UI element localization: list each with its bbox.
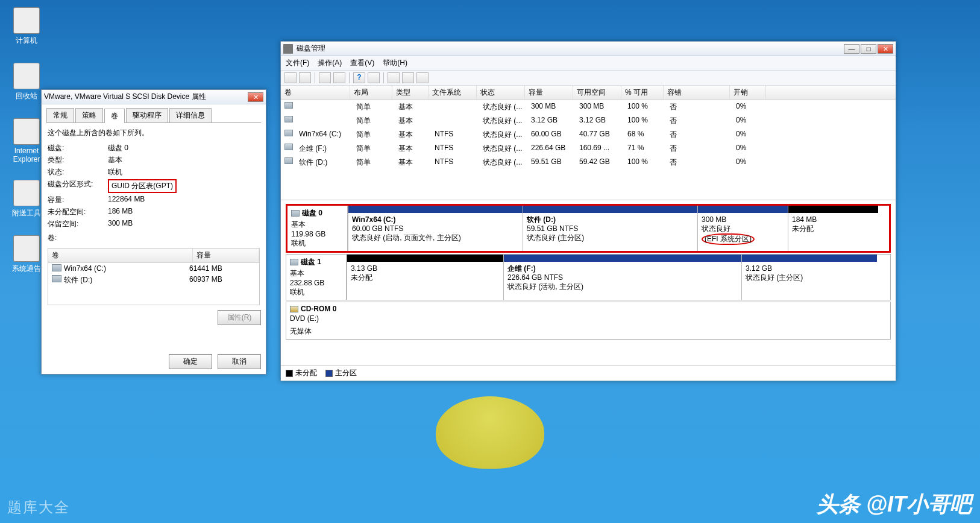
volumes-table: 卷 容量 Win7x64 (C:)61441 MB软件 (D:)60937 MB xyxy=(48,248,260,305)
column-header[interactable]: 容量 xyxy=(525,86,573,100)
list-row[interactable]: Win7x64 (C:)简单基本NTFS状态良好 (...60.00 GB40.… xyxy=(281,128,896,142)
desktop-icon-label: 系统通告 xyxy=(8,264,45,274)
desktop-icon-label: Internet Explorer xyxy=(8,147,45,163)
close-button[interactable]: ✕ xyxy=(878,44,893,54)
disk-management-icon xyxy=(283,44,293,54)
partition[interactable]: 184 MB未分配 xyxy=(788,206,878,251)
property-row: 保留空间:300 MB xyxy=(48,219,260,229)
list-row[interactable]: 软件 (D:)简单基本NTFS状态良好 (...59.51 GB59.42 GB… xyxy=(281,156,896,170)
col-volume[interactable]: 卷 xyxy=(48,249,193,262)
toolbar-button[interactable] xyxy=(402,72,414,83)
volume-icon xyxy=(284,144,293,150)
column-header[interactable]: 可用空间 xyxy=(573,86,621,100)
property-row: 容量:122864 MB xyxy=(48,195,260,205)
col-capacity[interactable]: 容量 xyxy=(193,249,259,262)
list-row[interactable]: 企维 (F:)简单基本NTFS状态良好 (...226.64 GB160.69 … xyxy=(281,142,896,156)
tab-3[interactable]: 驱动程序 xyxy=(126,108,168,122)
dm-titlebar[interactable]: 磁盘管理 — □ ✕ xyxy=(281,42,896,56)
desktop-icon-3[interactable]: 附送工具 xyxy=(8,180,45,218)
partition[interactable]: 3.12 GB状态良好 (主分区) xyxy=(741,255,877,300)
desktop-icon-label: 计算机 xyxy=(8,36,45,46)
watermark-left: 题库大全 xyxy=(7,498,70,517)
properties-title: VMware, VMware Virtual S SCSI Disk Devic… xyxy=(44,92,248,102)
toolbar-button[interactable] xyxy=(299,72,311,83)
column-header[interactable]: % 可用 xyxy=(621,86,664,100)
desktop-icon-2[interactable]: Internet Explorer xyxy=(8,118,45,163)
property-row: 未分配空间:186 MB xyxy=(48,207,260,217)
toolbar-button[interactable] xyxy=(388,72,400,83)
column-header[interactable]: 容错 xyxy=(664,86,730,100)
partition[interactable]: 3.13 GB未分配 xyxy=(347,255,503,300)
volume-icon xyxy=(284,102,293,109)
properties-intro: 这个磁盘上所含的卷如下所列。 xyxy=(48,128,260,138)
desktop-icon-image xyxy=(13,7,40,34)
partition[interactable]: 企维 (F:)226.64 GB NTFS状态良好 (活动, 主分区) xyxy=(503,255,741,300)
partition[interactable]: Win7x64 (C:)60.00 GB NTFS状态良好 (启动, 页面文件,… xyxy=(348,206,523,251)
desktop-icon-0[interactable]: 计算机 xyxy=(8,7,45,46)
disk-1-header[interactable]: 磁盘 1 基本 232.88 GB 联机 xyxy=(286,255,347,300)
desktop-icon-1[interactable]: 回收站 xyxy=(8,63,45,101)
cdrom-icon xyxy=(290,306,298,312)
desktop-icon-label: 回收站 xyxy=(8,91,45,101)
column-header[interactable]: 类型 xyxy=(392,86,429,100)
disk-icon xyxy=(291,210,300,217)
toolbar-button[interactable] xyxy=(284,72,297,83)
volume-row[interactable]: 软件 (D:)60937 MB xyxy=(48,274,259,287)
toolbar-button[interactable] xyxy=(319,72,331,83)
desktop-icon-image xyxy=(13,63,40,89)
desktop-icon-image xyxy=(13,180,40,206)
legend: 未分配 主分区 xyxy=(281,365,896,381)
close-button[interactable]: ✕ xyxy=(248,92,263,102)
menu-item[interactable]: 查看(V) xyxy=(350,58,374,68)
cancel-button[interactable]: 取消 xyxy=(218,354,261,369)
decorative-graphic xyxy=(436,396,544,469)
menu-item[interactable]: 帮助(H) xyxy=(383,58,407,68)
property-row: 类型:基本 xyxy=(48,155,260,165)
ok-button[interactable]: 确定 xyxy=(169,354,212,369)
minimize-button[interactable]: — xyxy=(844,44,859,54)
column-header[interactable]: 文件系统 xyxy=(429,86,477,100)
property-row: 状态:联机 xyxy=(48,167,260,177)
highlighted-disk-0: 磁盘 0 基本 119.98 GB 联机 Win7x64 (C:)60.00 G… xyxy=(286,204,891,253)
volume-icon xyxy=(52,275,61,282)
volume-icon xyxy=(52,264,61,271)
column-header[interactable]: 卷 xyxy=(281,86,350,100)
tab-2[interactable]: 卷 xyxy=(104,109,125,123)
volume-icon xyxy=(284,157,293,164)
properties-dialog: VMware, VMware Virtual S SCSI Disk Devic… xyxy=(41,89,266,375)
property-row: 磁盘分区形式:GUID 分区表(GPT) xyxy=(48,179,260,193)
column-header[interactable]: 布局 xyxy=(350,86,392,100)
disk-management-window: 磁盘管理 — □ ✕ 文件(F)操作(A)查看(V)帮助(H) ? 卷布局类型文… xyxy=(280,41,896,381)
disk-0-header[interactable]: 磁盘 0 基本 119.98 GB 联机 xyxy=(287,206,348,251)
dm-title: 磁盘管理 xyxy=(297,43,844,54)
tab-4[interactable]: 详细信息 xyxy=(169,108,212,122)
volume-list[interactable]: 卷布局类型文件系统状态容量可用空间% 可用容错开销 简单基本状态良好 (...3… xyxy=(281,86,896,200)
column-header[interactable]: 状态 xyxy=(477,86,525,100)
watermark-right: 头条 @IT小哥吧 xyxy=(817,490,972,519)
volume-row[interactable]: Win7x64 (C:)61441 MB xyxy=(48,263,259,274)
volume-icon xyxy=(284,130,293,136)
menu-item[interactable]: 文件(F) xyxy=(286,58,309,68)
cdrom-0: CD-ROM 0 DVD (E:) 无媒体 xyxy=(286,302,891,340)
tab-1[interactable]: 策略 xyxy=(75,108,103,122)
disk-icon xyxy=(290,259,298,265)
property-row: 磁盘:磁盘 0 xyxy=(48,143,260,153)
disk-1: 磁盘 1 基本 232.88 GB 联机 3.13 GB未分配企维 (F:)22… xyxy=(286,254,891,300)
toolbar-button[interactable] xyxy=(368,72,380,83)
maximize-button[interactable]: □ xyxy=(861,44,876,54)
toolbar-button[interactable] xyxy=(416,72,429,83)
volume-icon xyxy=(284,116,293,122)
partition[interactable]: 软件 (D:)59.51 GB NTFS状态良好 (主分区) xyxy=(523,206,697,251)
menu-item[interactable]: 操作(A) xyxy=(318,58,342,68)
desktop-icon-4[interactable]: 系统通告 xyxy=(8,235,45,274)
properties-titlebar[interactable]: VMware, VMware Virtual S SCSI Disk Devic… xyxy=(42,90,266,104)
partition[interactable]: 300 MB状态良好 (EFI 系统分区) xyxy=(697,206,788,251)
tab-0[interactable]: 常规 xyxy=(46,108,74,122)
toolbar-button[interactable] xyxy=(333,72,345,83)
column-header[interactable]: 开销 xyxy=(730,86,766,100)
list-row[interactable]: 简单基本状态良好 (...3.12 GB3.12 GB100 %否0% xyxy=(281,114,896,128)
volumes-label: 卷: xyxy=(48,233,260,243)
desktop-icon-label: 附送工具 xyxy=(8,208,45,218)
list-row[interactable]: 简单基本状态良好 (...300 MB300 MB100 %否0% xyxy=(281,100,896,114)
help-icon[interactable]: ? xyxy=(353,72,365,83)
